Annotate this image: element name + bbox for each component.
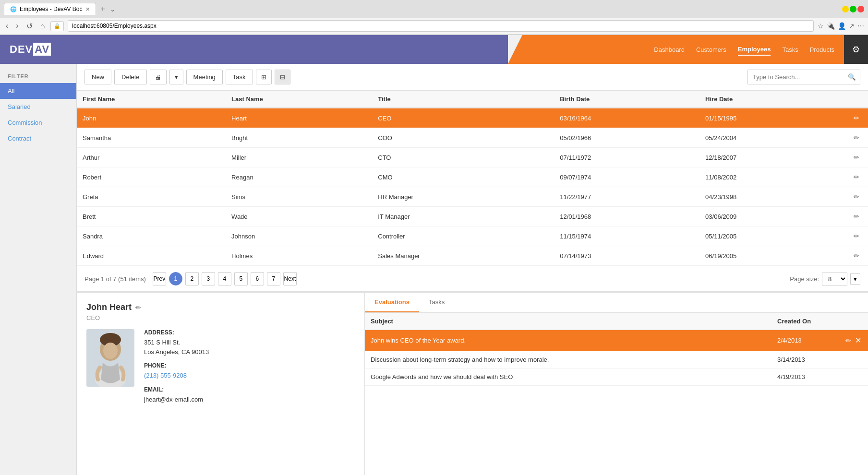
search-input[interactable]: [748, 70, 844, 84]
cell-last-name: Sims: [226, 187, 372, 207]
sidebar-item-salaried[interactable]: Salaried: [0, 99, 76, 115]
col-birth-date: Birth Date: [554, 91, 699, 108]
eval-edit-btn[interactable]: ✏: [844, 335, 852, 346]
eval-delete-btn[interactable]: ✕: [854, 335, 862, 346]
address-bar[interactable]: [68, 20, 814, 32]
row-edit-btn[interactable]: ✏: [851, 133, 862, 142]
cell-birth-date: 12/01/1968: [554, 207, 699, 226]
cell-last-name: Reagan: [226, 167, 372, 187]
forward-btn[interactable]: ›: [14, 21, 20, 31]
row-edit-btn[interactable]: ✏: [851, 113, 862, 123]
row-edit-btn[interactable]: ✏: [851, 212, 862, 221]
delete-button[interactable]: Delete: [114, 70, 147, 84]
page-3-button[interactable]: 3: [202, 272, 215, 285]
sidebar-item-commission[interactable]: Commission: [0, 115, 76, 131]
employee-name-section: John Heart ✏: [86, 302, 355, 312]
maximize-btn[interactable]: [850, 6, 856, 12]
page-1-button[interactable]: 1: [169, 272, 182, 285]
bookmark-icon[interactable]: ☆: [818, 22, 824, 30]
eval-row[interactable]: John wins CEO of the Year award. 2/4/201…: [365, 330, 868, 351]
table-row[interactable]: Samantha Bright COO 05/02/1966 05/24/200…: [77, 128, 868, 148]
table-row[interactable]: John Heart CEO 03/16/1964 01/15/1995 ✏: [77, 108, 868, 128]
table-row[interactable]: Greta Sims HR Manager 11/22/1977 04/23/1…: [77, 187, 868, 207]
settings-btn[interactable]: ⚙: [844, 35, 868, 64]
nav-customers[interactable]: Customers: [696, 44, 726, 55]
detail-info: ADDRESS: 351 S Hill St. Los Angeles, CA …: [144, 329, 355, 404]
table-row[interactable]: Brett Wade IT Manager 12/01/1968 03/06/2…: [77, 207, 868, 226]
toolbar: New Delete 🖨 ▾ Meeting Task ⊞ ⊟: [77, 64, 868, 91]
row-edit-btn[interactable]: ✏: [851, 153, 862, 162]
employees-grid: First Name Last Name Title Birth Date Hi…: [77, 91, 868, 266]
row-edit-btn[interactable]: ✏: [851, 231, 862, 241]
cell-birth-date: 05/02/1966: [554, 128, 699, 148]
back-btn[interactable]: ‹: [4, 21, 10, 31]
content-area: New Delete 🖨 ▾ Meeting Task ⊞ ⊟: [77, 64, 868, 475]
cell-hire-date: 11/08/2002: [699, 167, 845, 187]
cell-edit: ✏: [845, 108, 868, 128]
tab-close-btn[interactable]: ✕: [85, 6, 90, 12]
nav-employees[interactable]: Employees: [738, 44, 771, 56]
sidebar-item-all[interactable]: All: [0, 83, 76, 99]
new-button[interactable]: New: [84, 70, 111, 84]
home-btn[interactable]: ⌂: [38, 21, 47, 31]
user-icon[interactable]: 👤: [838, 22, 846, 30]
extension-icon[interactable]: 🔌: [827, 22, 835, 30]
tab-evaluations[interactable]: Evaluations: [365, 293, 419, 312]
cell-last-name: Holmes: [226, 246, 372, 266]
row-edit-btn[interactable]: ✏: [851, 172, 862, 182]
nav-products[interactable]: Products: [810, 44, 834, 55]
cell-last-name: Wade: [226, 207, 372, 226]
new-label: New: [92, 73, 104, 81]
share-icon[interactable]: ↗: [849, 22, 855, 30]
page-7-button[interactable]: 7: [267, 272, 280, 285]
page-6-button[interactable]: 6: [251, 272, 264, 285]
eval-row[interactable]: Discussion about long-term strategy and …: [365, 351, 868, 368]
phone-link[interactable]: (213) 555-9208: [144, 372, 187, 379]
grid-view-1-button[interactable]: ⊞: [256, 70, 272, 84]
table-row[interactable]: Robert Reagan CMO 09/07/1974 11/08/2002 …: [77, 167, 868, 187]
employee-edit-btn[interactable]: ✏: [135, 304, 141, 311]
page-5-button[interactable]: 5: [234, 272, 248, 285]
search-button[interactable]: 🔍: [844, 70, 860, 84]
detail-body: ADDRESS: 351 S Hill St. Los Angeles, CA …: [86, 329, 355, 404]
tab-favicon: 🌐: [10, 6, 17, 12]
nav-dashboard[interactable]: Dashboard: [654, 44, 685, 55]
new-tab-btn[interactable]: +: [99, 5, 107, 13]
cell-first-name: Arthur: [77, 148, 226, 167]
tab-tasks[interactable]: Tasks: [419, 293, 454, 312]
page-size-label: Page size:: [790, 275, 819, 283]
browser-tab[interactable]: 🌐 Employees - DevAV Boc ✕: [4, 3, 96, 15]
page-size-select[interactable]: 8 16 24: [822, 273, 847, 285]
col-actions: [845, 91, 868, 108]
page-4-button[interactable]: 4: [218, 272, 231, 285]
email-label: EMAIL:: [144, 386, 355, 393]
nav-tasks[interactable]: Tasks: [782, 44, 798, 55]
dropdown-button[interactable]: ▾: [169, 70, 183, 84]
task-button[interactable]: Task: [226, 70, 253, 84]
cell-title: CMO: [372, 167, 554, 187]
tab-menu-btn[interactable]: ⌄: [110, 5, 116, 13]
eval-cell-created: 3/14/2013: [772, 351, 839, 368]
row-edit-btn[interactable]: ✏: [851, 251, 862, 261]
table-row[interactable]: Edward Holmes Sales Manager 07/14/1973 0…: [77, 246, 868, 266]
close-btn[interactable]: [857, 6, 864, 12]
row-edit-btn[interactable]: ✏: [851, 192, 862, 202]
eval-row[interactable]: Google Adwords and how we should deal wi…: [365, 368, 868, 386]
sidebar-item-contract[interactable]: Contract: [0, 131, 76, 146]
page-2-button[interactable]: 2: [185, 272, 199, 285]
table-row[interactable]: Arthur Miller CTO 07/11/1972 12/18/2007 …: [77, 148, 868, 167]
grid-view-2-button[interactable]: ⊟: [275, 70, 290, 84]
next-button[interactable]: Next: [283, 272, 297, 285]
eval-row-actions: ✏ ✕: [839, 330, 868, 351]
page-size-dropdown-btn[interactable]: ▾: [850, 273, 860, 285]
table-row[interactable]: Sandra Johnson Controller 11/15/1974 05/…: [77, 226, 868, 246]
eval-cell-subject: Discussion about long-term strategy and …: [365, 351, 772, 368]
print-button[interactable]: 🖨: [150, 70, 167, 84]
more-icon[interactable]: ⋯: [857, 22, 864, 30]
minimize-btn[interactable]: [842, 6, 849, 12]
brand-logo: DEVAV: [10, 43, 51, 56]
refresh-btn[interactable]: ↺: [24, 21, 35, 32]
col-last-name: Last Name: [226, 91, 372, 108]
meeting-button[interactable]: Meeting: [186, 70, 223, 84]
prev-button[interactable]: Prev: [153, 272, 166, 285]
